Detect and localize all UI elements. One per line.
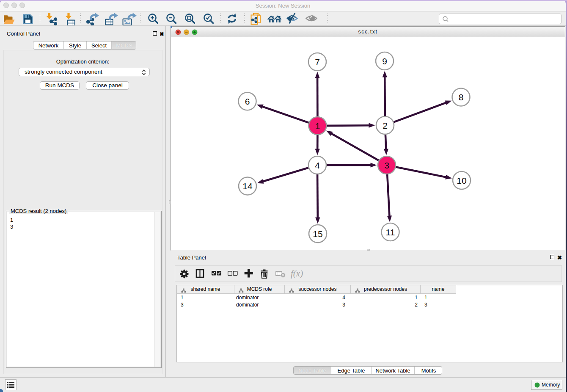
svg-text:9: 9	[382, 56, 387, 66]
svg-text:14: 14	[242, 181, 253, 191]
svg-text:15: 15	[313, 229, 322, 239]
svg-text:7: 7	[315, 57, 320, 67]
svg-text:6: 6	[245, 97, 250, 106]
svg-text:1: 1	[315, 121, 320, 131]
svg-text:8: 8	[459, 92, 464, 102]
svg-text:10: 10	[457, 176, 466, 185]
svg-text:3: 3	[384, 160, 389, 170]
svg-text:2: 2	[383, 121, 388, 130]
svg-text:4: 4	[315, 160, 320, 170]
svg-text:11: 11	[386, 227, 395, 237]
